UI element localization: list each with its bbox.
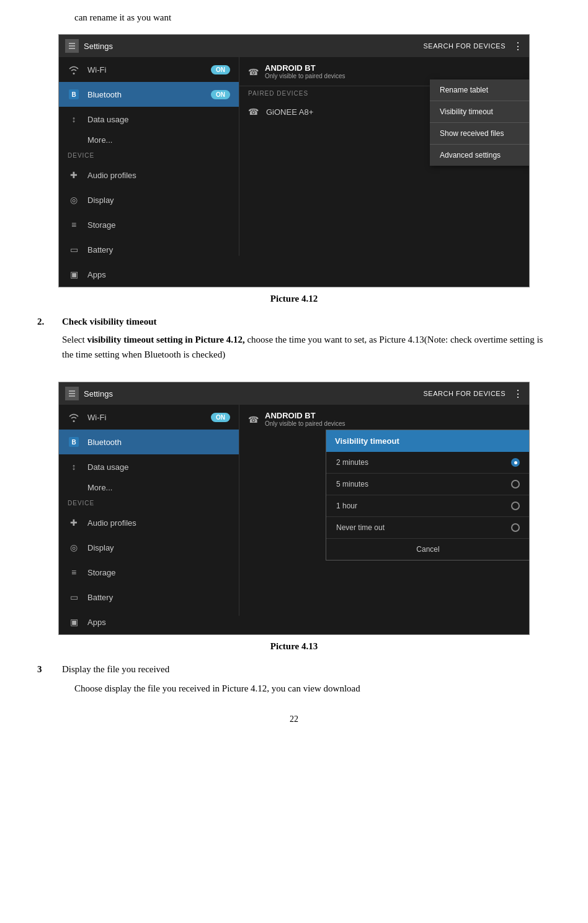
topbar-left-1: Settings bbox=[65, 39, 113, 53]
bluetooth-toggle[interactable]: ON bbox=[211, 90, 230, 99]
screenshot-1: Settings SEARCH FOR DEVICES ⋮ bbox=[58, 34, 530, 287]
section-3-heading: Display the file you received bbox=[62, 664, 169, 674]
section-device-label: DEVICE bbox=[59, 148, 239, 163]
screenshot-1-wrapper: Settings SEARCH FOR DEVICES ⋮ bbox=[37, 34, 551, 287]
radio-1hour bbox=[511, 502, 520, 510]
dropdown-item-rename[interactable]: Rename tablet bbox=[430, 79, 529, 101]
radio-5min bbox=[511, 480, 520, 489]
datausage-label-2: Data usage bbox=[87, 462, 129, 472]
audio-icon-2 bbox=[68, 516, 80, 529]
sidebar-item-wifi[interactable]: Wi-Fi ON bbox=[59, 57, 239, 82]
paired-device-name-1: GiONEE A8+ bbox=[266, 107, 313, 117]
wifi-toggle[interactable]: ON bbox=[211, 65, 230, 74]
audio-icon bbox=[68, 169, 80, 181]
bluetooth-icon-2: B bbox=[68, 436, 80, 448]
display-icon bbox=[68, 194, 80, 206]
apps-label-2: Apps bbox=[87, 618, 106, 627]
datausage-label: Data usage bbox=[87, 115, 129, 124]
sidebar-1: Wi-Fi ON B Bluetooth ON Data usage bbox=[59, 57, 239, 287]
right-panel-1-wrapper: ANDROID BT Only visible to paired device… bbox=[239, 57, 529, 287]
apps-icon-2 bbox=[68, 616, 80, 628]
page-number: 22 bbox=[37, 714, 551, 724]
section-2-bold: visibility timeout setting in Picture 4.… bbox=[87, 335, 244, 344]
option-5min-label: 5 minutes bbox=[336, 480, 368, 489]
dialog-option-2min[interactable]: 2 minutes bbox=[326, 452, 530, 474]
section-2-content: Check visibility timeout Select visibili… bbox=[62, 317, 551, 362]
wifi-icon-2 bbox=[68, 411, 80, 423]
sidebar-item-more-2[interactable]: More... bbox=[59, 479, 239, 496]
topbar-left-2: Settings bbox=[65, 387, 113, 400]
dialog-option-1hour[interactable]: 1 hour bbox=[326, 495, 530, 517]
sidebar-item-wifi-2[interactable]: Wi-Fi ON bbox=[59, 405, 239, 430]
sidebar-item-bluetooth-2[interactable]: B Bluetooth bbox=[59, 430, 239, 454]
sidebar-item-apps-2[interactable]: Apps bbox=[59, 610, 239, 634]
main-area-1: Wi-Fi ON B Bluetooth ON Data usage bbox=[59, 57, 529, 287]
phone-icon-main-2 bbox=[248, 414, 259, 425]
visibility-timeout-dialog: Visibility timeout 2 minutes 5 minutes 1… bbox=[326, 430, 530, 561]
wifi-label-2: Wi-Fi bbox=[87, 413, 106, 422]
svg-rect-0 bbox=[69, 43, 75, 44]
dialog-option-never[interactable]: Never time out bbox=[326, 517, 530, 539]
caption-1: Picture 4.12 bbox=[37, 294, 551, 304]
device-name-1: ANDROID BT bbox=[265, 63, 345, 73]
sidebar-item-audioprofiles-2[interactable]: Audio profiles bbox=[59, 510, 239, 535]
radio-2min-selected bbox=[511, 458, 520, 467]
search-devices-btn-1[interactable]: SEARCH FOR DEVICES bbox=[424, 42, 506, 50]
battery-icon bbox=[68, 243, 80, 256]
storage-label: Storage bbox=[87, 220, 116, 230]
dialog-cancel-btn[interactable]: Cancel bbox=[326, 539, 530, 560]
dropdown-item-received-files[interactable]: Show received files bbox=[430, 123, 529, 145]
sidebar-item-bluetooth[interactable]: B Bluetooth ON bbox=[59, 82, 239, 107]
search-devices-btn-2[interactable]: SEARCH FOR DEVICES bbox=[424, 390, 506, 397]
sidebar-item-datausage[interactable]: Data usage bbox=[59, 107, 239, 132]
wifi-toggle-2[interactable]: ON bbox=[211, 413, 230, 422]
svg-rect-3 bbox=[69, 390, 75, 392]
sidebar-item-display-2[interactable]: Display bbox=[59, 535, 239, 560]
radio-never bbox=[511, 523, 520, 532]
phone-icon-paired bbox=[248, 107, 259, 117]
svg-rect-2 bbox=[69, 48, 75, 49]
sidebar-item-apps[interactable]: Apps bbox=[59, 262, 239, 287]
option-never-label: Never time out bbox=[336, 523, 385, 532]
option-2min-label: 2 minutes bbox=[336, 458, 368, 467]
topbar-right-1: SEARCH FOR DEVICES ⋮ bbox=[424, 40, 523, 52]
apps-icon bbox=[68, 268, 80, 281]
topbar-2: Settings SEARCH FOR DEVICES ⋮ bbox=[59, 382, 529, 405]
bluetooth-label-2: Bluetooth bbox=[87, 438, 122, 447]
dialog-option-5min[interactable]: 5 minutes bbox=[326, 474, 530, 495]
sidebar-item-datausage-2[interactable]: Data usage bbox=[59, 454, 239, 479]
section-2-heading: Check visibility timeout bbox=[62, 317, 551, 327]
dropdown-item-advanced[interactable]: Advanced settings bbox=[430, 145, 529, 166]
section-2-number: 2. bbox=[37, 317, 50, 362]
main-area-2: Wi-Fi ON B Bluetooth Data usage More... … bbox=[59, 405, 529, 634]
sidebar-item-display[interactable]: Display bbox=[59, 187, 239, 212]
overflow-menu-btn-2[interactable]: ⋮ bbox=[513, 388, 523, 400]
section-2: 2. Check visibility timeout Select visib… bbox=[37, 317, 551, 362]
sidebar-item-battery-2[interactable]: Battery bbox=[59, 585, 239, 610]
section-2-body: Select visibility timeout setting in Pic… bbox=[62, 332, 551, 362]
topbar-1: Settings SEARCH FOR DEVICES ⋮ bbox=[59, 35, 529, 57]
battery-label: Battery bbox=[87, 245, 113, 254]
dropdown-item-visibility[interactable]: Visibility timeout bbox=[430, 101, 529, 123]
topbar-right-2: SEARCH FOR DEVICES ⋮ bbox=[424, 388, 523, 400]
section-3: 3 Display the file you received bbox=[37, 664, 551, 675]
wifi-label: Wi-Fi bbox=[87, 65, 106, 74]
display-label: Display bbox=[87, 196, 114, 205]
dialog-title: Visibility timeout bbox=[326, 430, 530, 452]
wifi-icon bbox=[68, 63, 80, 76]
apps-label: Apps bbox=[87, 270, 106, 279]
sidebar-item-audioprofiles[interactable]: Audio profiles bbox=[59, 163, 239, 187]
audioprofiles-label-2: Audio profiles bbox=[87, 518, 136, 528]
right-area-2: ANDROID BT Only visible to paired device… bbox=[239, 405, 529, 634]
storage-icon bbox=[68, 218, 80, 231]
sidebar-2: Wi-Fi ON B Bluetooth Data usage More... … bbox=[59, 405, 239, 634]
sidebar-item-battery[interactable]: Battery bbox=[59, 237, 239, 262]
topbar-title-1: Settings bbox=[84, 42, 113, 51]
option-1hour-label: 1 hour bbox=[336, 502, 357, 510]
overflow-menu-btn-1[interactable]: ⋮ bbox=[513, 40, 523, 52]
sidebar-item-more[interactable]: More... bbox=[59, 132, 239, 148]
sidebar-item-storage-2[interactable]: Storage bbox=[59, 560, 239, 585]
bluetooth-icon: B bbox=[68, 88, 80, 101]
sidebar-item-storage[interactable]: Storage bbox=[59, 212, 239, 237]
storage-label-2: Storage bbox=[87, 568, 116, 577]
